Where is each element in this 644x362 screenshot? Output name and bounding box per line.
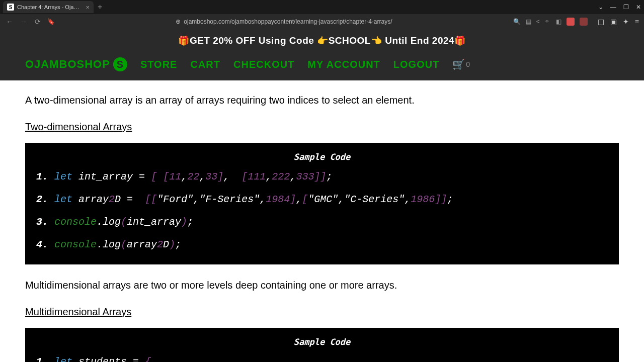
brand-s-icon: S [113,57,127,71]
promo-text: 🎁GET 20% OFF Using Code 👉SCHOOL👈 Until E… [178,35,465,46]
zoom-icon[interactable]: 🔍 [513,18,521,25]
code-block-2d: Sample Code 1. let int_array = [ [11,22,… [25,143,619,264]
tab-title: Chapter 4: Arrays - Ojambo [17,4,83,10]
brand-logo[interactable]: OJAMBOSHOP S [25,57,127,71]
browser-toolbar: ← → ⟳ 🔖 ⊕ ojamboshop.com/ojamboshoppayco… [0,14,644,29]
url-text: ojamboshop.com/ojamboshoppaycontent/lear… [184,18,392,25]
site-info-icon[interactable]: ⊕ [176,18,181,25]
heading-multi-arrays: Multidimensional Arrays [25,306,619,318]
shield-icon[interactable]: ◧ [556,18,561,25]
point-left-icon: 👈 [371,36,382,46]
bookmark-icon[interactable]: 🔖 [47,18,55,25]
cart-count: 0 [466,60,470,68]
back-button[interactable]: ← [5,18,14,26]
heading-2d-arrays: Two-dimensional Arrays [25,121,619,133]
chevron-down-icon[interactable]: ⌄ [598,4,603,11]
browser-titlebar: S Chapter 4: Arrays - Ojambo × + ⌄ — ❐ ✕ [0,0,644,14]
code-line-4: 4. console.log(array2D); [36,239,608,250]
menu-icon[interactable]: ≡ [635,18,639,26]
gift-icon: 🎁 [178,36,190,46]
reader-icon[interactable]: ▤ [526,18,531,25]
code-block-multi: Sample Code 1. let students = { [25,328,619,362]
promo-banner: 🎁GET 20% OFF Using Code 👉SCHOOL👈 Until E… [0,29,644,52]
new-tab-button[interactable]: + [94,3,106,12]
extension-badge-2[interactable] [580,18,588,26]
paragraph-multi-intro: Multidimensional arrays are two or more … [25,280,619,291]
panel-icon[interactable]: ▣ [610,18,617,26]
article-content: A two-dimensional array is an array of a… [0,80,644,362]
forward-button[interactable]: → [19,18,28,26]
page-content: 🎁GET 20% OFF Using Code 👉SCHOOL👈 Until E… [0,29,644,362]
gift-icon: 🎁 [454,36,466,46]
close-icon[interactable]: ✕ [636,4,641,11]
code-title: Sample Code [36,337,608,347]
minimize-icon[interactable]: — [610,4,616,11]
nav-store[interactable]: STORE [140,59,178,70]
tab-favicon: S [7,4,14,11]
share-icon[interactable]: < [536,18,540,25]
sparkle-icon[interactable]: ✦ [623,18,629,26]
nav-checkout[interactable]: CHECKOUT [233,59,294,70]
rss-icon[interactable]: ᯤ [545,18,551,25]
url-bar[interactable]: ⊕ ojamboshop.com/ojamboshoppaycontent/le… [60,18,508,25]
nav-account[interactable]: MY ACCOUNT [307,59,380,70]
code-line-1: 1. let students = { [36,356,608,362]
tab-close-icon[interactable]: × [86,4,90,11]
code-line-2: 2. let array2D = [["Ford","F-Series",198… [36,194,608,205]
code-title: Sample Code [36,152,608,162]
nav-cart[interactable]: CART [190,59,220,70]
browser-tab[interactable]: S Chapter 4: Arrays - Ojambo × [3,1,94,13]
nav-logout[interactable]: LOGOUT [393,59,440,70]
paragraph-2d-intro: A two-dimensional array is an array of a… [25,95,619,106]
site-navbar: OJAMBOSHOP S STORE CART CHECKOUT MY ACCO… [0,52,644,80]
code-line-1: 1. let int_array = [ [11,22,33], [111,22… [36,171,608,183]
extension-badge-1[interactable] [567,18,575,26]
code-line-3: 3. console.log(int_array); [36,216,608,228]
reload-button[interactable]: ⟳ [33,18,42,26]
point-right-icon: 👉 [317,36,329,46]
cart-icon[interactable]: 🛒0 [452,58,470,70]
sidebar-icon[interactable]: ◫ [598,18,604,26]
maximize-icon[interactable]: ❐ [623,4,629,11]
